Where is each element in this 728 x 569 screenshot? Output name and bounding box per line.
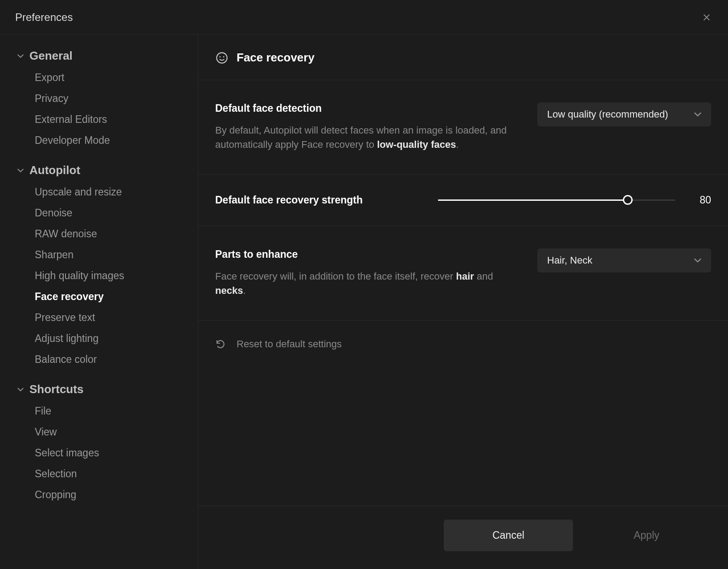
strength-slider[interactable]: [438, 195, 675, 205]
sidebar-item-view[interactable]: View: [0, 422, 198, 443]
sidebar-item-selection[interactable]: Selection: [0, 463, 198, 484]
sidebar-item-file[interactable]: File: [0, 401, 198, 422]
section-title: Default face detection: [215, 102, 524, 114]
chevron-down-icon: [16, 52, 25, 61]
footer: Cancel Apply: [198, 506, 728, 569]
content-pane: Face recovery Default face detection By …: [198, 35, 728, 569]
sidebar: General Export Privacy External Editors …: [0, 35, 198, 569]
close-icon: [702, 13, 711, 22]
sidebar-group-label: Shortcuts: [29, 382, 83, 396]
sidebar-item-external-editors[interactable]: External Editors: [0, 109, 198, 130]
close-button[interactable]: [700, 11, 713, 24]
reset-to-default-button[interactable]: Reset to default settings: [198, 321, 728, 368]
sidebar-item-raw-denoise[interactable]: RAW denoise: [0, 224, 198, 244]
sidebar-group-shortcuts[interactable]: Shortcuts: [0, 378, 198, 401]
undo-icon: [215, 339, 226, 350]
section-title: Parts to enhance: [215, 248, 524, 260]
chevron-down-icon: [694, 257, 701, 264]
slider-label: Default face recovery strength: [215, 194, 420, 206]
sidebar-group-general[interactable]: General: [0, 45, 198, 67]
sidebar-item-privacy[interactable]: Privacy: [0, 88, 198, 109]
sidebar-item-face-recovery[interactable]: Face recovery: [0, 286, 198, 307]
sidebar-item-export[interactable]: Export: [0, 67, 198, 88]
slider-thumb[interactable]: [623, 195, 633, 205]
sidebar-item-preserve-text[interactable]: Preserve text: [0, 307, 198, 328]
sidebar-item-sharpen[interactable]: Sharpen: [0, 244, 198, 265]
svg-point-1: [220, 56, 221, 57]
sidebar-group-autopilot[interactable]: Autopilot: [0, 159, 198, 182]
section-description: By default, Autopilot will detect faces …: [215, 123, 524, 152]
page-title: Face recovery: [237, 51, 315, 65]
section-parts-to-enhance: Parts to enhance Face recovery will, in …: [198, 226, 728, 321]
select-value: Low quality (recommended): [547, 109, 668, 120]
sidebar-item-balance-color[interactable]: Balance color: [0, 349, 198, 370]
sidebar-item-denoise[interactable]: Denoise: [0, 203, 198, 224]
select-value: Hair, Neck: [547, 255, 592, 266]
cancel-button[interactable]: Cancel: [444, 520, 573, 551]
sidebar-group-label: Autopilot: [29, 163, 80, 177]
slider-value: 80: [693, 194, 711, 206]
reset-label: Reset to default settings: [237, 338, 342, 350]
slider-fill: [438, 199, 628, 201]
face-detection-select[interactable]: Low quality (recommended): [537, 102, 711, 126]
page-header: Face recovery: [198, 35, 728, 80]
sidebar-item-cropping[interactable]: Cropping: [0, 484, 198, 505]
sidebar-item-high-quality-images[interactable]: High quality images: [0, 265, 198, 286]
face-icon: [215, 51, 229, 65]
sidebar-item-adjust-lighting[interactable]: Adjust lighting: [0, 328, 198, 349]
parts-to-enhance-select[interactable]: Hair, Neck: [537, 248, 711, 272]
sidebar-item-select-images[interactable]: Select images: [0, 443, 198, 463]
sidebar-group-label: General: [29, 49, 73, 63]
svg-point-2: [223, 56, 225, 57]
sidebar-item-developer-mode[interactable]: Developer Mode: [0, 130, 198, 151]
chevron-down-icon: [694, 111, 701, 118]
apply-button[interactable]: Apply: [582, 520, 711, 551]
svg-point-0: [217, 53, 227, 63]
section-default-face-detection: Default face detection By default, Autop…: [198, 80, 728, 175]
sidebar-item-upscale-and-resize[interactable]: Upscale and resize: [0, 182, 198, 203]
chevron-down-icon: [16, 385, 25, 394]
window-title: Preferences: [15, 11, 73, 24]
titlebar: Preferences: [0, 0, 728, 35]
section-default-face-recovery-strength: Default face recovery strength 80: [198, 175, 728, 226]
chevron-down-icon: [16, 166, 25, 175]
section-description: Face recovery will, in addition to the f…: [215, 269, 524, 298]
